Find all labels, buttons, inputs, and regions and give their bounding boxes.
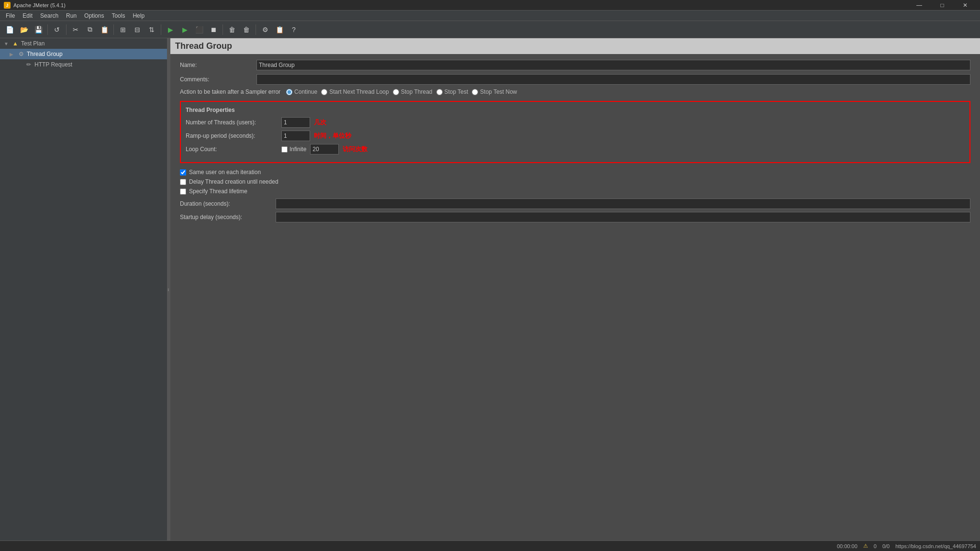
name-row: Name:: [180, 60, 970, 70]
tree-item-thread-group[interactable]: ▶ ⚙ Thread Group: [0, 49, 167, 59]
radio-stop-test-input[interactable]: [436, 89, 443, 95]
status-error-count: 0: [874, 543, 877, 549]
comments-label: Comments:: [180, 76, 256, 83]
tree-label-http-request: HTTP Request: [34, 61, 72, 68]
startup-delay-row: Startup delay (seconds):: [180, 212, 970, 222]
startup-delay-label: Startup delay (seconds):: [180, 214, 276, 220]
toggle-button[interactable]: ⇅: [145, 23, 158, 36]
app-icon: J: [4, 2, 11, 9]
clear-button[interactable]: 🗑: [225, 23, 239, 36]
test-plan-icon: ▲: [11, 40, 19, 47]
menu-item-edit[interactable]: Edit: [19, 11, 36, 20]
menu-item-search[interactable]: Search: [36, 11, 62, 20]
tree-item-http-request[interactable]: ✏ HTTP Request: [0, 59, 167, 70]
infinite-label: Infinite: [290, 146, 306, 153]
status-run-count: 0/0: [882, 543, 890, 549]
specify-lifetime-checkbox[interactable]: [180, 188, 186, 195]
radio-stop-test-now[interactable]: Stop Test Now: [472, 88, 517, 95]
shutdown-button[interactable]: ⏹: [207, 23, 220, 36]
toolbar-sep-4: [161, 24, 161, 35]
name-label: Name:: [180, 62, 256, 68]
maximize-button[interactable]: □: [931, 0, 953, 11]
thread-properties-box: Thread Properties Number of Threads (use…: [180, 101, 970, 163]
status-right: 00:00:00 ⚠ 0 0/0 https://blog.csdn.net/q…: [837, 543, 976, 549]
expand-button[interactable]: ⊞: [116, 23, 130, 36]
delay-thread-label[interactable]: Delay Thread creation until needed: [189, 178, 278, 185]
minimize-button[interactable]: —: [908, 0, 930, 11]
menu-item-options[interactable]: Options: [80, 11, 108, 20]
same-user-checkbox[interactable]: [180, 169, 186, 176]
rampup-label: Ramp-up period (seconds):: [186, 132, 281, 139]
close-button[interactable]: ✕: [954, 0, 976, 11]
title-bar-left: J Apache JMeter (5.4.1): [4, 2, 66, 9]
thread-group-icon: ⚙: [17, 50, 25, 58]
radio-continue-input[interactable]: [286, 89, 292, 95]
radio-stop-thread-label: Stop Thread: [401, 88, 433, 95]
menu-item-run[interactable]: Run: [62, 11, 80, 20]
sidebar: ▼ ▲ Test Plan ▶ ⚙ Thread Group ✏ HTTP Re…: [0, 38, 167, 540]
remote-button[interactable]: ⚙: [258, 23, 272, 36]
save-button[interactable]: 💾: [32, 23, 45, 36]
title-bar-title: Apache JMeter (5.4.1): [13, 2, 66, 8]
loop-row: Loop Count: Infinite 访问次数: [186, 144, 965, 154]
http-request-icon: ✏: [25, 61, 33, 68]
content-area: Thread Group Name: Comments: Action to b…: [170, 38, 980, 540]
specify-lifetime-row: Specify Thread lifetime: [180, 188, 970, 195]
tree-label-test-plan: Test Plan: [21, 40, 45, 47]
start-no-pause-button[interactable]: ▶: [178, 23, 191, 36]
title-bar-controls: — □ ✕: [908, 0, 976, 11]
radio-stop-thread-input[interactable]: [393, 89, 399, 95]
radio-stop-test-now-input[interactable]: [472, 89, 478, 95]
collapse-button[interactable]: ⊟: [131, 23, 144, 36]
name-input[interactable]: [256, 60, 970, 70]
loop-annotation: 访问次数: [343, 145, 368, 154]
toolbar-sep-3: [113, 24, 114, 35]
duration-input[interactable]: [276, 198, 970, 209]
status-warning-icon: ⚠: [863, 543, 868, 549]
toolbar: 📄 📂 💾 ↺ ✂ ⧉ 📋 ⊞ ⊟ ⇅ ▶ ▶ ⬛ ⏹ 🗑 🗑 ⚙ 📋 ?: [0, 21, 980, 38]
paste-button[interactable]: 📋: [98, 23, 111, 36]
clear-all-button[interactable]: 🗑: [240, 23, 253, 36]
threads-input[interactable]: [281, 117, 310, 128]
status-url: https://blog.csdn.net/qq_44697754: [895, 543, 976, 549]
radio-continue[interactable]: Continue: [286, 88, 317, 95]
open-button[interactable]: 📂: [17, 23, 31, 36]
loop-label: Loop Count:: [186, 146, 281, 153]
radio-next-loop[interactable]: Start Next Thread Loop: [321, 88, 389, 95]
start-button[interactable]: ▶: [164, 23, 177, 36]
title-bar: J Apache JMeter (5.4.1) — □ ✕: [0, 0, 980, 11]
infinite-checkbox[interactable]: [281, 146, 288, 153]
specify-lifetime-label[interactable]: Specify Thread lifetime: [189, 188, 247, 195]
radio-next-loop-input[interactable]: [321, 89, 327, 95]
radio-stop-test[interactable]: Stop Test: [436, 88, 468, 95]
infinite-checkbox-label[interactable]: Infinite: [281, 146, 306, 153]
rampup-input[interactable]: [281, 131, 310, 141]
status-bar: 00:00:00 ⚠ 0 0/0 https://blog.csdn.net/q…: [0, 540, 980, 551]
copy-button[interactable]: ⧉: [83, 23, 97, 36]
loop-input[interactable]: [310, 144, 339, 154]
radio-stop-thread[interactable]: Stop Thread: [393, 88, 433, 95]
rampup-annotation: 时间，单位秒: [314, 132, 351, 140]
menu-item-tools[interactable]: Tools: [108, 11, 129, 20]
help-button[interactable]: ?: [287, 23, 301, 36]
toolbar-sep-5: [223, 24, 223, 35]
stop-button[interactable]: ⬛: [192, 23, 206, 36]
same-user-label[interactable]: Same user on each iteration: [189, 169, 261, 176]
templates-button[interactable]: 📋: [273, 23, 286, 36]
comments-input[interactable]: [256, 74, 970, 85]
new-button[interactable]: 📄: [3, 23, 16, 36]
delay-thread-checkbox[interactable]: [180, 179, 186, 185]
duration-row: Duration (seconds):: [180, 198, 970, 209]
action-row: Action to be taken after a Sampler error…: [180, 88, 970, 95]
menu-item-help[interactable]: Help: [129, 11, 148, 20]
startup-delay-input[interactable]: [276, 212, 970, 222]
duration-section: Duration (seconds): Startup delay (secon…: [180, 198, 970, 222]
expand-icon-2: ▶: [10, 52, 15, 57]
threads-annotation: 几次: [314, 118, 326, 127]
menu-item-file[interactable]: File: [2, 11, 19, 20]
revert-button[interactable]: ↺: [50, 23, 64, 36]
tree-item-test-plan[interactable]: ▼ ▲ Test Plan: [0, 38, 167, 49]
action-label: Action to be taken after a Sampler error: [180, 88, 280, 95]
cut-button[interactable]: ✂: [69, 23, 82, 36]
toolbar-sep-1: [47, 24, 48, 35]
